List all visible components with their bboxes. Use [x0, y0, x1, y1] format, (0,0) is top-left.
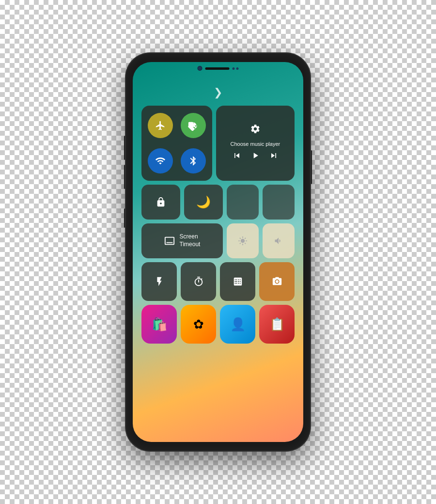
night-mode-button[interactable]: 🌙: [184, 185, 223, 220]
rewind-button[interactable]: [232, 151, 242, 163]
brightness-slider[interactable]: [227, 223, 259, 258]
bluetooth-button[interactable]: [181, 148, 206, 173]
music-player-panel[interactable]: Choose music player: [216, 106, 295, 181]
auto-rotate-button[interactable]: [181, 113, 206, 138]
galaxy-store-button[interactable]: 🛍️: [141, 305, 177, 344]
airplane-mode-button[interactable]: [148, 113, 173, 138]
notes-button[interactable]: 📋: [259, 305, 295, 344]
timer-button[interactable]: [181, 262, 216, 301]
row-utility: [141, 262, 295, 301]
connectivity-grid: [141, 106, 212, 181]
slider-top-row: [227, 185, 295, 220]
bixby-routines-button[interactable]: ✿: [181, 305, 216, 344]
sensor-dot-2: [236, 67, 239, 70]
screen-timeout-button[interactable]: Screen Timeout: [141, 223, 223, 258]
forward-button[interactable]: [269, 151, 279, 163]
row-connectivity-music: Choose music player: [141, 106, 295, 181]
empty-tile-2: [263, 185, 295, 220]
phone-notch: [198, 66, 239, 71]
toggles-col: 🌙 Screen Timeout: [141, 185, 223, 258]
sensors: [233, 67, 239, 70]
music-player-label: Choose music player: [231, 141, 280, 147]
front-camera: [198, 66, 202, 71]
play-button[interactable]: [250, 151, 260, 163]
sliders-col: [227, 185, 295, 258]
slider-bottom-row: [227, 223, 295, 258]
toggle-row: 🌙: [141, 185, 223, 220]
camera-button[interactable]: [259, 262, 295, 301]
volume-slider[interactable]: [263, 223, 295, 258]
row-apps: 🛍️ ✿ 👤 📋: [141, 305, 295, 344]
pull-down-indicator[interactable]: ❯: [214, 86, 222, 99]
flashlight-button[interactable]: [141, 262, 177, 301]
phone-screen: ❯: [133, 62, 303, 442]
control-panel: Choose music player: [141, 106, 295, 427]
earpiece: [205, 67, 230, 70]
rotation-lock-button[interactable]: [141, 185, 180, 220]
music-settings-icon[interactable]: [250, 124, 261, 137]
themes-button[interactable]: 👤: [220, 305, 255, 344]
row-toggles-sliders: 🌙 Screen Timeout: [141, 185, 295, 258]
screen-timeout-label: Screen Timeout: [180, 233, 201, 248]
empty-tile-1: [227, 185, 259, 220]
power-button[interactable]: [310, 150, 312, 184]
calculator-button[interactable]: [220, 262, 255, 301]
wifi-button[interactable]: [148, 148, 173, 173]
phone-frame: ❯: [126, 53, 310, 451]
sensor-dot-1: [233, 67, 235, 70]
music-controls: [232, 151, 279, 163]
